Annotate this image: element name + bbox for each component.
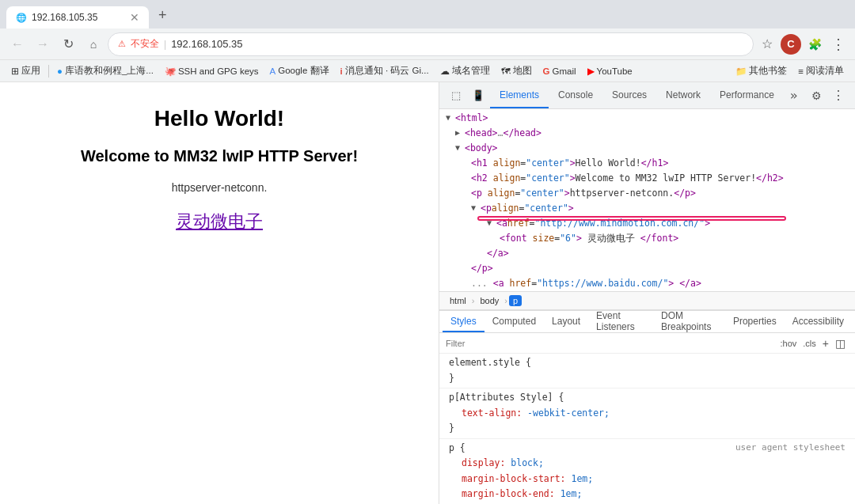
reload-button[interactable]: ↻	[57, 33, 79, 55]
css-prop-textalign[interactable]: text-align: -webkit-center;	[449, 406, 846, 422]
reading-list[interactable]: ≡ 阅读清单	[793, 63, 849, 78]
breadcrumb-p[interactable]: p	[509, 295, 522, 306]
filter-pseudo-hov[interactable]: :hov	[777, 338, 800, 349]
dom-line-a1[interactable]: ▼ <a href="http://www.mindmotion.com.cn/…	[487, 216, 852, 231]
subtab-styles[interactable]: Styles	[443, 311, 484, 332]
css-selector-p: p { user agent stylesheet	[449, 441, 846, 457]
ssh-icon: 🐙	[165, 66, 176, 77]
youtube-icon: ▶	[587, 66, 595, 77]
filter-style-icon[interactable]: ◫	[832, 336, 849, 351]
forward-button[interactable]: →	[32, 33, 54, 55]
devtools-more-button[interactable]: ⋮	[828, 85, 849, 106]
folder-icon: 📁	[735, 66, 747, 77]
arrow-p2[interactable]: ▼	[471, 202, 479, 215]
dom-line-head[interactable]: ▶ <head>…</head>	[439, 126, 855, 141]
extension-icon-1[interactable]: 🧩	[804, 34, 825, 55]
arrow-a1[interactable]: ▼	[487, 217, 495, 230]
devtools-panel: ⬚ 📱 Elements Console Sources Network Per…	[439, 82, 855, 504]
dom-line-h2[interactable]: <h2 align="center">Welcome to MM32 lwIP …	[439, 171, 855, 186]
tab-close-icon[interactable]: ✕	[130, 11, 139, 24]
device-toolbar-button[interactable]: 📱	[468, 85, 488, 106]
breadcrumb-sep-2: ›	[504, 296, 507, 305]
browser-more-icon[interactable]: ⋮	[828, 34, 849, 55]
new-tab-btn[interactable]: +	[152, 4, 173, 27]
domain-label: 域名管理	[452, 65, 490, 77]
kuyudao-label: 库语教和例程_上海...	[65, 65, 154, 77]
bookmark-star-icon[interactable]: ☆	[757, 34, 777, 55]
tab-more[interactable]: »	[784, 82, 804, 108]
bookmark-domain[interactable]: ☁ 域名管理	[435, 63, 495, 78]
other-bookmarks-label: 其他书签	[749, 65, 787, 77]
bookmark-youtube[interactable]: ▶ YouTube	[583, 64, 637, 78]
home-button[interactable]: ⌂	[82, 33, 104, 55]
dom-line-body[interactable]: ▼ <body>	[439, 141, 855, 156]
bookmark-gmail[interactable]: G Gmail	[538, 65, 581, 78]
bookmark-apps[interactable]: ⊞ 应用	[6, 63, 45, 78]
css-property-textalign: text-align:	[462, 407, 522, 419]
gmail-label: Gmail	[553, 66, 576, 76]
subtab-event-listeners[interactable]: Event Listeners	[588, 311, 653, 332]
dom-line-p2-close[interactable]: </p>	[439, 261, 855, 276]
subtab-layout[interactable]: Layout	[544, 311, 588, 332]
arrow-html[interactable]: ▼	[446, 112, 454, 125]
bookmark-separator-1	[48, 65, 49, 78]
tab-elements[interactable]: Elements	[490, 82, 549, 108]
lingdong-link[interactable]: 灵动微电子	[176, 211, 263, 231]
subtab-properties[interactable]: Properties	[725, 311, 785, 332]
bookmarks-bar: ⊞ 应用 ● 库语教和例程_上海... 🐙 SSH and GPG keys A…	[0, 60, 855, 82]
bookmark-translate[interactable]: A Google 翻译	[265, 63, 334, 78]
filter-add-btn[interactable]: +	[819, 336, 832, 351]
breadcrumb-body[interactable]: body	[476, 295, 503, 306]
css-property-display: display:	[462, 457, 505, 468]
domain-icon: ☁	[440, 66, 450, 77]
inspect-element-button[interactable]: ⬚	[446, 85, 466, 106]
arrow-head[interactable]: ▶	[455, 127, 463, 140]
dom-line-p1[interactable]: <p align="center">httpserver-netconn.</p…	[439, 186, 855, 201]
bookmark-kuyudao[interactable]: ● 库语教和例程_上海...	[52, 63, 158, 78]
dom-line-html[interactable]: ▼ <html>	[439, 111, 855, 126]
subtab-computed[interactable]: Computed	[484, 311, 544, 332]
styles-filter-bar: :hov .cls + ◫	[439, 333, 855, 354]
bookmark-gitee[interactable]: i 消息通知 · 码云 Gi...	[336, 63, 434, 78]
tab-sources[interactable]: Sources	[602, 82, 656, 108]
back-button[interactable]: ←	[6, 33, 28, 55]
profile-avatar[interactable]: C	[781, 34, 801, 55]
apps-label: 应用	[21, 65, 40, 77]
css-close-2: }	[449, 421, 846, 437]
bookmark-ssh[interactable]: 🐙 SSH and GPG keys	[160, 64, 264, 78]
css-prop-display[interactable]: display: block;	[449, 456, 846, 472]
devtools-toolbar: ⬚ 📱 Elements Console Sources Network Per…	[439, 82, 855, 109]
styles-panel: Styles Computed Layout Event Listeners D…	[439, 310, 855, 504]
webpage-content: Hello World! Welcome to MM32 lwIP HTTP S…	[0, 82, 439, 504]
css-prop-margin-block-end[interactable]: margin-block-end: 1em;	[449, 487, 846, 502]
css-selector-element: element.style {	[449, 355, 846, 371]
arrow-body[interactable]: ▼	[455, 142, 463, 155]
breadcrumb-html[interactable]: html	[446, 295, 470, 306]
address-bar[interactable]: ⚠ 不安全 | 192.168.105.35	[108, 32, 754, 56]
tab-network[interactable]: Network	[656, 82, 710, 108]
elements-dom-panel[interactable]: ▼ <html> ▶ <head>…</head> ▼ <body> <h1 a…	[439, 109, 855, 291]
dom-line-font[interactable]: <font size="6"> 灵动微电子 </font>	[487, 231, 852, 246]
dom-line-a1-close[interactable]: </a>	[487, 246, 852, 261]
filter-input[interactable]	[446, 339, 777, 348]
subtab-dom-breakpoints[interactable]: DOM Breakpoints	[653, 311, 725, 332]
tab-performance[interactable]: Performance	[710, 82, 784, 108]
page-link-para: 灵动微电子	[32, 210, 407, 233]
dom-line-a-baidu-empty[interactable]: ... <a href="https://www.baidu.com/"> </…	[439, 276, 855, 291]
browser-chrome: 🌐 192.168.105.35 ✕ + ← → ↻ ⌂ ⚠ 不安全 | 192…	[0, 0, 855, 82]
active-tab[interactable]: 🌐 192.168.105.35 ✕	[6, 6, 149, 28]
subtab-accessibility[interactable]: Accessibility	[785, 311, 852, 332]
css-source-comment: user agent stylesheet	[735, 441, 846, 457]
dom-line-p2[interactable]: ▼ <p align="center">	[439, 201, 855, 216]
dom-line-h1[interactable]: <h1 align="center">Hello World!</h1>	[439, 156, 855, 171]
other-bookmarks[interactable]: 📁 其他书签	[731, 63, 792, 78]
security-icon: ⚠	[118, 39, 126, 49]
css-value-mbe: 1em;	[560, 488, 583, 499]
tab-console[interactable]: Console	[549, 82, 602, 108]
gitee-icon: i	[340, 66, 343, 76]
filter-cls[interactable]: .cls	[800, 338, 819, 349]
devtools-settings-button[interactable]: ⚙	[806, 85, 826, 106]
css-prop-margin-block-start[interactable]: margin-block-start: 1em;	[449, 472, 846, 487]
css-block-attr-style: p[Attributes Style] { text-align: -webki…	[439, 388, 855, 439]
bookmark-map[interactable]: 🗺 地图	[496, 63, 537, 78]
